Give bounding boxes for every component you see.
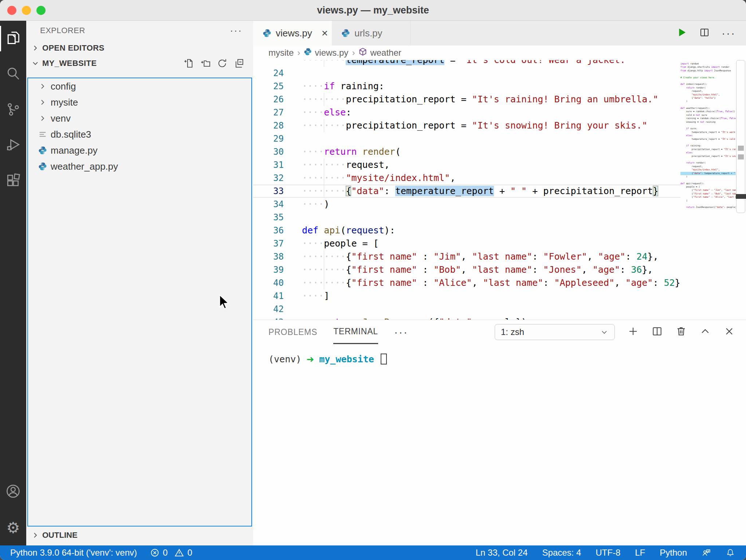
sidebar-item-source-control[interactable] [0,92,26,128]
workspace-section-header[interactable]: MY_WEBSITE [26,56,253,71]
files-icon [5,30,21,47]
accounts-button[interactable] [0,474,26,510]
tree-item-db-sqlite3[interactable]: db.sqlite3 [28,126,251,142]
tree-item-venv[interactable]: venv [28,110,251,126]
breadcrumb: mysite › views.py › [253,46,746,60]
code-editor[interactable]: ········temperature_report = "It's cold … [253,60,746,320]
python-file-icon [38,145,48,155]
error-icon [150,548,160,557]
sidebar-item-search[interactable] [0,56,26,92]
editor-actions: ··· [676,21,746,46]
workspace-actions [183,58,253,69]
terminal-venv: (venv) [268,354,301,364]
collapse-folders-icon[interactable] [233,58,244,69]
language-mode-status[interactable]: Python [660,548,687,558]
refresh-icon[interactable] [217,58,228,69]
tab-problems[interactable]: PROBLEMS [268,320,317,344]
code-line-30: 30····return render( [253,145,680,158]
code-line-32: 32········"mysite/index.html", [253,171,680,185]
workspace-label: MY_WEBSITE [42,59,97,68]
python-file-icon [263,29,271,38]
cursor-position-status[interactable]: Ln 33, Col 24 [476,548,528,558]
gear-icon: ⚙ [6,519,20,537]
new-file-icon[interactable] [183,58,194,69]
outline-label: OUTLINE [42,531,78,540]
tree-item-label: venv [51,113,71,124]
panel-header: PROBLEMS TERMINAL ··· 1: zsh [253,320,746,344]
tree-item-manage-py[interactable]: manage.py [28,142,251,158]
code-line-33: 33········{"data": temperature_report + … [253,185,680,198]
overview-ruler-mark [738,146,744,151]
new-terminal-icon[interactable] [627,326,639,339]
run-python-file-icon[interactable] [676,27,687,39]
titlebar[interactable]: views.py — my_website [0,0,746,21]
overview-ruler-mark [738,154,744,159]
status-bar: Python 3.9.0 64-bit ('venv': venv) 0 0 L… [0,545,746,560]
tab-terminal[interactable]: TERMINAL [333,320,378,344]
sidebar-item-explorer[interactable] [0,21,26,56]
code-line-42: 42 [253,303,680,316]
mouse-cursor [217,293,231,312]
tree-item-weather-app-py[interactable]: weather_app.py [28,158,251,174]
tree-item-mysite[interactable]: mysite [28,94,251,110]
tree-item-label: db.sqlite3 [51,129,91,140]
encoding-status[interactable]: UTF-8 [596,548,620,558]
extensions-icon [5,173,21,190]
minimap-slider[interactable] [736,60,745,213]
code-line-27: 27····else: [253,106,680,119]
tree-item-label: weather_app.py [51,161,118,172]
code-line-24: 24 [253,67,680,80]
settings-button[interactable]: ⚙ [0,510,26,545]
problems-status[interactable]: 0 0 [150,548,192,558]
code-line-38: 38········{"first name" : "Jim", "last n… [253,250,680,263]
breadcrumb-item-weather[interactable]: weather [358,47,401,58]
code-line-29: 29 [253,132,680,145]
split-terminal-icon[interactable] [651,326,663,339]
code-line-26: 26········precipitation_report = "It's r… [253,93,680,106]
indentation-status[interactable]: Spaces: 4 [542,548,581,558]
editor-scrollbar[interactable] [736,60,746,320]
scrollbar-thumb[interactable] [736,194,746,199]
error-count: 0 [163,548,168,558]
eol-status[interactable]: LF [635,548,645,558]
new-folder-icon[interactable] [200,58,211,69]
breadcrumb-item-views-py[interactable]: views.py [304,48,348,58]
terminal-cwd: my_website [319,354,374,364]
editor-tab-bar: views.py × urls.py [253,21,746,46]
close-panel-icon[interactable] [723,326,735,339]
source-control-icon [5,101,21,119]
terminal-cursor [381,354,387,364]
code-line-40: 40········{"first name" : "Alice", "last… [253,276,680,289]
more-actions-icon[interactable]: ··· [722,27,736,39]
database-file-icon [38,129,48,139]
explorer-more-actions-icon[interactable]: ··· [230,25,242,36]
split-editor-icon[interactable] [699,27,710,39]
tree-item-label: mysite [51,97,78,108]
maximize-panel-icon[interactable] [699,326,711,339]
feedback-icon[interactable] [702,548,711,557]
sidebar-item-extensions[interactable] [0,163,26,199]
python-file-icon [341,29,350,38]
minimap[interactable]: import randomfrom django.shortcuts impor… [680,60,736,320]
chevron-down-icon [31,59,40,68]
sidebar-item-run-debug[interactable] [0,128,26,163]
tree-item-label: manage.py [51,145,98,156]
panel-more-actions-icon[interactable]: ··· [394,326,408,338]
terminal[interactable]: (venv) ➜ my_website [253,344,746,364]
kill-terminal-icon[interactable] [675,326,687,339]
python-interpreter-status[interactable]: Python 3.9.0 64-bit ('venv': venv) [10,548,137,558]
tab-urls-py[interactable]: urls.py [332,21,411,46]
tree-item-config[interactable]: config [28,78,251,94]
code-line-28: 28········precipitation_report = "It's s… [253,119,680,132]
sidebar-title: EXPLORER [40,26,85,35]
activity-bar: ⚙ [0,21,26,545]
notifications-bell-icon[interactable] [726,548,735,557]
code-line-43: 43····return JsonResponse({"data": peopl… [253,316,680,320]
breadcrumb-item-mysite[interactable]: mysite [268,48,294,58]
open-editors-section[interactable]: OPEN EDITORS [26,40,253,56]
outline-section[interactable]: OUTLINE [26,527,253,543]
close-icon[interactable]: × [322,28,328,39]
warning-count: 0 [187,548,192,558]
tab-views-py[interactable]: views.py × [253,21,332,46]
terminal-shell-select[interactable]: 1: zsh [495,324,615,340]
